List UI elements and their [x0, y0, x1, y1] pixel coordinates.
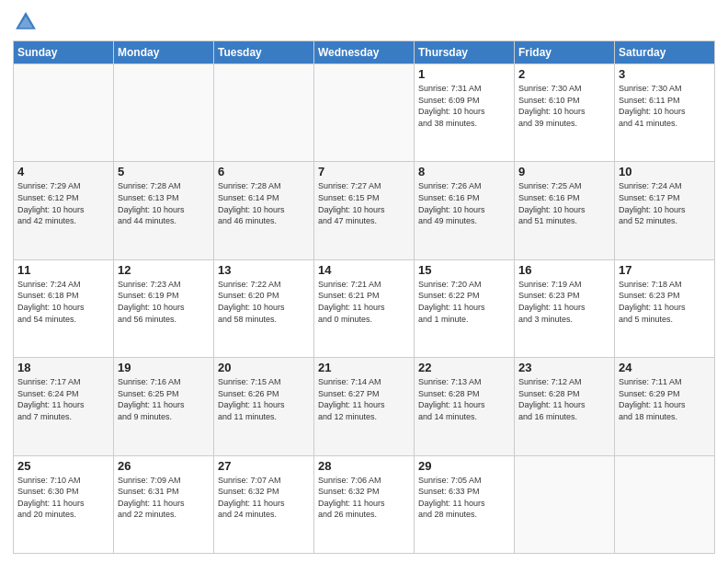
calendar-cell: 29Sunrise: 7:05 AM Sunset: 6:33 PM Dayli…	[415, 455, 515, 553]
calendar-cell: 16Sunrise: 7:19 AM Sunset: 6:23 PM Dayli…	[515, 259, 615, 357]
day-info: Sunrise: 7:26 AM Sunset: 6:16 PM Dayligh…	[418, 180, 510, 226]
calendar-cell: 6Sunrise: 7:28 AM Sunset: 6:14 PM Daylig…	[214, 162, 314, 259]
calendar-cell: 13Sunrise: 7:22 AM Sunset: 6:20 PM Dayli…	[214, 259, 314, 357]
day-number: 23	[518, 361, 610, 374]
calendar-cell: 18Sunrise: 7:17 AM Sunset: 6:24 PM Dayli…	[14, 358, 114, 455]
day-info: Sunrise: 7:05 AM Sunset: 6:33 PM Dayligh…	[418, 475, 510, 521]
calendar-cell: 4Sunrise: 7:29 AM Sunset: 6:12 PM Daylig…	[14, 162, 114, 259]
day-info: Sunrise: 7:25 AM Sunset: 6:16 PM Dayligh…	[518, 180, 610, 226]
day-info: Sunrise: 7:13 AM Sunset: 6:28 PM Dayligh…	[418, 376, 510, 422]
calendar-cell: 17Sunrise: 7:18 AM Sunset: 6:23 PM Dayli…	[615, 259, 715, 357]
day-number: 28	[318, 459, 410, 473]
day-info: Sunrise: 7:29 AM Sunset: 6:12 PM Dayligh…	[17, 180, 109, 226]
calendar-cell: 19Sunrise: 7:16 AM Sunset: 6:25 PM Dayli…	[114, 358, 214, 455]
day-number: 15	[418, 263, 510, 277]
day-info: Sunrise: 7:22 AM Sunset: 6:20 PM Dayligh…	[218, 279, 310, 325]
day-info: Sunrise: 7:07 AM Sunset: 6:32 PM Dayligh…	[218, 475, 310, 521]
day-number: 11	[17, 263, 109, 277]
day-info: Sunrise: 7:12 AM Sunset: 6:28 PM Dayligh…	[518, 376, 610, 422]
day-info: Sunrise: 7:21 AM Sunset: 6:21 PM Dayligh…	[318, 279, 410, 325]
day-info: Sunrise: 7:14 AM Sunset: 6:27 PM Dayligh…	[318, 376, 410, 422]
day-info: Sunrise: 7:15 AM Sunset: 6:26 PM Dayligh…	[218, 376, 310, 422]
calendar-week-3: 18Sunrise: 7:17 AM Sunset: 6:24 PM Dayli…	[14, 358, 715, 455]
calendar-body: 1Sunrise: 7:31 AM Sunset: 6:09 PM Daylig…	[14, 64, 715, 554]
day-number: 5	[118, 165, 210, 178]
day-number: 4	[17, 165, 109, 178]
logo-icon	[13, 9, 39, 35]
calendar-cell: 3Sunrise: 7:30 AM Sunset: 6:11 PM Daylig…	[615, 64, 715, 162]
calendar-cell: 28Sunrise: 7:06 AM Sunset: 6:32 PM Dayli…	[314, 455, 415, 553]
day-number: 27	[218, 459, 310, 473]
calendar-cell	[515, 455, 615, 553]
day-number: 13	[218, 263, 310, 277]
day-info: Sunrise: 7:17 AM Sunset: 6:24 PM Dayligh…	[17, 376, 109, 422]
day-number: 3	[619, 67, 711, 81]
calendar-cell: 23Sunrise: 7:12 AM Sunset: 6:28 PM Dayli…	[515, 358, 615, 455]
day-info: Sunrise: 7:31 AM Sunset: 6:09 PM Dayligh…	[418, 83, 510, 129]
day-number: 19	[118, 361, 210, 374]
day-info: Sunrise: 7:20 AM Sunset: 6:22 PM Dayligh…	[418, 279, 510, 325]
day-info: Sunrise: 7:24 AM Sunset: 6:18 PM Dayligh…	[17, 279, 109, 325]
calendar-cell: 7Sunrise: 7:27 AM Sunset: 6:15 PM Daylig…	[314, 162, 415, 259]
day-number: 20	[218, 361, 310, 374]
calendar-cell: 1Sunrise: 7:31 AM Sunset: 6:09 PM Daylig…	[415, 64, 515, 162]
day-info: Sunrise: 7:16 AM Sunset: 6:25 PM Dayligh…	[118, 376, 210, 422]
calendar-cell	[214, 64, 314, 162]
day-number: 8	[418, 165, 510, 178]
day-number: 2	[518, 67, 610, 81]
day-info: Sunrise: 7:28 AM Sunset: 6:14 PM Dayligh…	[218, 180, 310, 226]
weekday-header-saturday: Saturday	[615, 41, 715, 64]
weekday-header-friday: Friday	[515, 41, 615, 64]
weekday-header-sunday: Sunday	[14, 41, 114, 64]
calendar-cell: 20Sunrise: 7:15 AM Sunset: 6:26 PM Dayli…	[214, 358, 314, 455]
calendar: SundayMondayTuesdayWednesdayThursdayFrid…	[13, 40, 715, 554]
calendar-cell: 12Sunrise: 7:23 AM Sunset: 6:19 PM Dayli…	[114, 259, 214, 357]
day-number: 1	[418, 67, 510, 81]
calendar-cell: 27Sunrise: 7:07 AM Sunset: 6:32 PM Dayli…	[214, 455, 314, 553]
weekday-header-tuesday: Tuesday	[214, 41, 314, 64]
day-number: 10	[619, 165, 711, 178]
day-number: 6	[218, 165, 310, 178]
day-info: Sunrise: 7:09 AM Sunset: 6:31 PM Dayligh…	[118, 475, 210, 521]
day-info: Sunrise: 7:11 AM Sunset: 6:29 PM Dayligh…	[619, 376, 711, 422]
day-number: 12	[118, 263, 210, 277]
day-info: Sunrise: 7:28 AM Sunset: 6:13 PM Dayligh…	[118, 180, 210, 226]
calendar-cell: 25Sunrise: 7:10 AM Sunset: 6:30 PM Dayli…	[14, 455, 114, 553]
day-number: 7	[318, 165, 410, 178]
day-number: 18	[17, 361, 109, 374]
day-number: 24	[619, 361, 711, 374]
calendar-cell: 5Sunrise: 7:28 AM Sunset: 6:13 PM Daylig…	[114, 162, 214, 259]
calendar-cell: 21Sunrise: 7:14 AM Sunset: 6:27 PM Dayli…	[314, 358, 415, 455]
day-number: 26	[118, 459, 210, 473]
day-info: Sunrise: 7:30 AM Sunset: 6:10 PM Dayligh…	[518, 83, 610, 129]
day-info: Sunrise: 7:30 AM Sunset: 6:11 PM Dayligh…	[619, 83, 711, 129]
day-info: Sunrise: 7:24 AM Sunset: 6:17 PM Dayligh…	[619, 180, 711, 226]
day-number: 21	[318, 361, 410, 374]
calendar-cell: 2Sunrise: 7:30 AM Sunset: 6:10 PM Daylig…	[515, 64, 615, 162]
day-number: 14	[318, 263, 410, 277]
calendar-cell: 10Sunrise: 7:24 AM Sunset: 6:17 PM Dayli…	[615, 162, 715, 259]
page: SundayMondayTuesdayWednesdayThursdayFrid…	[0, 0, 728, 563]
day-info: Sunrise: 7:18 AM Sunset: 6:23 PM Dayligh…	[619, 279, 711, 325]
weekday-header-wednesday: Wednesday	[314, 41, 415, 64]
day-number: 29	[418, 459, 510, 473]
day-number: 25	[17, 459, 109, 473]
header	[13, 9, 715, 35]
calendar-cell: 11Sunrise: 7:24 AM Sunset: 6:18 PM Dayli…	[14, 259, 114, 357]
day-info: Sunrise: 7:23 AM Sunset: 6:19 PM Dayligh…	[118, 279, 210, 325]
calendar-cell	[314, 64, 415, 162]
day-number: 9	[518, 165, 610, 178]
day-number: 16	[518, 263, 610, 277]
day-info: Sunrise: 7:19 AM Sunset: 6:23 PM Dayligh…	[518, 279, 610, 325]
calendar-cell: 15Sunrise: 7:20 AM Sunset: 6:22 PM Dayli…	[415, 259, 515, 357]
calendar-week-0: 1Sunrise: 7:31 AM Sunset: 6:09 PM Daylig…	[14, 64, 715, 162]
calendar-week-1: 4Sunrise: 7:29 AM Sunset: 6:12 PM Daylig…	[14, 162, 715, 259]
day-info: Sunrise: 7:10 AM Sunset: 6:30 PM Dayligh…	[17, 475, 109, 521]
logo	[13, 9, 42, 35]
calendar-cell	[615, 455, 715, 553]
calendar-week-4: 25Sunrise: 7:10 AM Sunset: 6:30 PM Dayli…	[14, 455, 715, 553]
calendar-cell: 22Sunrise: 7:13 AM Sunset: 6:28 PM Dayli…	[415, 358, 515, 455]
calendar-cell	[14, 64, 114, 162]
calendar-cell: 24Sunrise: 7:11 AM Sunset: 6:29 PM Dayli…	[615, 358, 715, 455]
calendar-cell: 9Sunrise: 7:25 AM Sunset: 6:16 PM Daylig…	[515, 162, 615, 259]
